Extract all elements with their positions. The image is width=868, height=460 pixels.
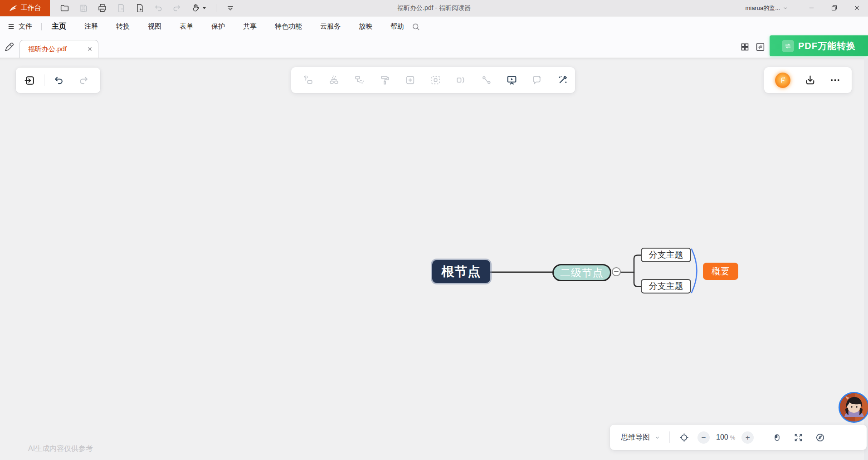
compass-icon[interactable] (815, 432, 825, 443)
mindmap-root-node[interactable]: 根节点 (432, 260, 490, 283)
undo-icon (154, 4, 163, 13)
ai-magic-icon[interactable] (557, 74, 568, 86)
close-button[interactable] (845, 0, 868, 16)
mindmap-branch-node-bottom[interactable]: 分支主题 (641, 279, 691, 294)
quick-toolbar (60, 3, 235, 13)
restore-button[interactable] (823, 0, 845, 16)
ai-disclaimer: AI生成内容仅供参考 (28, 444, 93, 454)
tab-switch-icon[interactable] (756, 42, 765, 52)
mindmap-undo-icon[interactable] (53, 75, 64, 86)
presentation-icon[interactable] (506, 74, 517, 86)
zoom-out-button[interactable]: − (697, 431, 710, 444)
print-icon[interactable] (98, 3, 107, 13)
zoom-in-button[interactable]: + (741, 431, 754, 444)
menu-file-label: 文件 (19, 22, 32, 31)
toolbar-divider (216, 4, 216, 12)
menu-item-share[interactable]: 共享 (243, 22, 257, 31)
toolbar-divider (44, 74, 44, 86)
new-document-icon[interactable] (135, 4, 144, 13)
account-name: miarua的监... (745, 4, 780, 12)
zoom-unit-label: % (730, 434, 736, 441)
download-icon[interactable] (805, 74, 816, 86)
menu-item-form[interactable]: 表单 (180, 22, 193, 31)
add-child-node-icon (328, 74, 340, 86)
tab-title: 福昕办公.pdf (28, 45, 87, 54)
menu-item-cloud[interactable]: 云服务 (320, 22, 341, 31)
redo-icon (172, 4, 181, 13)
ai-export-toolbar (764, 67, 852, 93)
format-painter-icon (379, 74, 390, 86)
convert-badge-icon (782, 40, 794, 52)
select-area-icon (430, 74, 441, 86)
minus-icon (614, 271, 619, 272)
menu-divider (41, 23, 42, 30)
menu-item-slideshow[interactable]: 放映 (359, 22, 372, 31)
menu-item-protect[interactable]: 保护 (211, 22, 225, 31)
tab-grid-view-icon[interactable] (740, 42, 750, 52)
collapse-toolbar-icon[interactable] (226, 4, 235, 13)
avatar-image (840, 393, 868, 421)
search-icon[interactable] (411, 22, 420, 31)
menu-item-features[interactable]: 特色功能 (275, 22, 302, 31)
convert-button-label: PDF万能转换 (798, 40, 856, 52)
pdf-convert-button[interactable]: PDF万能转换 (770, 35, 868, 56)
workspace-label: 工作台 (21, 4, 41, 12)
exit-undo-toolbar (16, 68, 100, 93)
tab-close-icon[interactable] (87, 46, 93, 52)
hand-tool-icon[interactable] (191, 3, 206, 13)
workspace-button[interactable]: 工作台 (0, 0, 50, 16)
insert-node-icon (405, 74, 416, 86)
add-sibling-node-icon (303, 74, 314, 86)
view-mode-select[interactable]: 思维导图 (621, 433, 660, 442)
user-avatar[interactable] (839, 392, 868, 423)
menu-item-home[interactable]: 主页 (52, 22, 66, 31)
exit-mindmap-icon[interactable] (24, 75, 35, 86)
control-divider (669, 431, 670, 443)
node-edit-toolbar (291, 67, 575, 93)
menu-item-comment[interactable]: 注释 (84, 22, 98, 31)
control-divider (763, 431, 763, 443)
ai-assistant-button[interactable] (775, 73, 790, 88)
collapse-node-button[interactable] (612, 267, 621, 276)
title-bar: 工作台 福昕办公.pdf - 福昕阅读器 miarua的监... (0, 0, 868, 16)
ai-comment-icon[interactable] (532, 74, 543, 86)
open-file-icon[interactable] (60, 3, 69, 13)
menu-bar: 文件 主页 注释 转换 视图 表单 保护 共享 特色功能 云服务 放映 帮助 (0, 17, 868, 36)
titlebar-right: miarua的监... (745, 0, 868, 16)
zoom-level-value: 100 (716, 433, 728, 441)
add-summary-icon (455, 74, 467, 86)
menu-item-help[interactable]: 帮助 (390, 22, 404, 31)
mindmap-secondary-node[interactable]: 二级节点 (552, 264, 611, 281)
mindmap-branch-node-top[interactable]: 分支主题 (641, 248, 691, 262)
minimize-button[interactable] (800, 0, 823, 16)
mindmap-redo-icon (78, 75, 89, 86)
menu-item-convert[interactable]: 转换 (116, 22, 130, 31)
menu-item-view[interactable]: 视图 (148, 22, 161, 31)
add-parent-node-icon (354, 74, 365, 86)
account-menu[interactable]: miarua的监... (745, 4, 788, 12)
mindmap-canvas[interactable]: 根节点 二级节点 分支主题 分支主题 概要 思维导图 − 100 % + (0, 58, 868, 460)
foxit-logo-icon (9, 4, 18, 12)
menu-items: 主页 注释 转换 视图 表单 保护 共享 特色功能 云服务 放映 帮助 (52, 22, 404, 31)
fit-screen-icon[interactable] (794, 433, 803, 442)
save-icon (79, 4, 88, 13)
chevron-down-icon (783, 5, 788, 11)
chevron-down-icon (654, 435, 660, 440)
add-relation-icon (481, 74, 492, 86)
tab-bar: 福昕办公.pdf PDF万能转换 (0, 36, 868, 58)
mouse-mode-icon[interactable] (772, 433, 782, 442)
edit-pencil-icon[interactable] (4, 42, 15, 52)
mindmap-summary-node[interactable]: 概要 (703, 263, 738, 280)
more-options-icon[interactable] (829, 74, 841, 86)
view-mode-label: 思维导图 (621, 433, 650, 442)
menu-file[interactable]: 文件 (7, 22, 32, 31)
view-control-bar: 思维导图 − 100 % + (610, 425, 867, 450)
export-page-icon (117, 4, 126, 13)
hamburger-icon (7, 23, 15, 30)
document-tab[interactable]: 福昕办公.pdf (20, 40, 98, 58)
locate-center-icon[interactable] (679, 432, 689, 443)
